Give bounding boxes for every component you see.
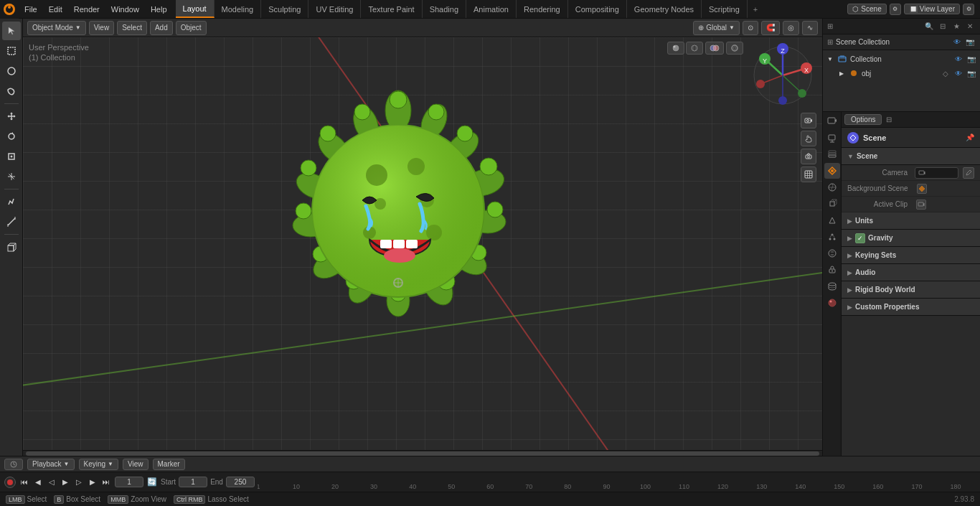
view-layer-selector[interactable]: 🔲 View Layer — [904, 4, 960, 14]
outliner-search-icon[interactable]: 🔍 — [923, 21, 935, 32]
tab-layout[interactable]: Layout — [176, 0, 215, 18]
select-menu-btn[interactable]: Select — [117, 21, 147, 35]
scale-tool[interactable] — [2, 147, 21, 166]
scene-col-view[interactable]: 👁 — [951, 37, 963, 48]
props-icon-physics[interactable] — [824, 245, 840, 261]
viewport-scrollbar[interactable] — [23, 450, 822, 456]
marker-btn[interactable]: Marker — [153, 459, 185, 470]
viewport-canvas[interactable]: User Perspective (1) Collection — [23, 37, 822, 450]
props-icon-view-layer[interactable] — [824, 146, 840, 162]
cursor-tool[interactable] — [2, 22, 21, 40]
jump-start-btn[interactable]: ⏮ — [19, 477, 30, 488]
obj-expand-arrow[interactable]: ▶ — [837, 70, 846, 77]
props-filter-btn[interactable]: ⊟ — [883, 114, 895, 126]
gravity-checkbox[interactable]: ✓ — [855, 233, 865, 243]
move-tool[interactable] — [2, 107, 21, 126]
custom-props-section-header[interactable]: ▶ Custom Properties — [842, 299, 980, 316]
menu-help[interactable]: Help — [145, 0, 173, 18]
outliner-item-collection[interactable]: ▼ Collection 👁 📷 — [823, 52, 980, 66]
props-options-btn[interactable]: Options — [844, 114, 882, 125]
props-icon-material[interactable] — [824, 295, 840, 311]
props-icon-modifier[interactable] — [824, 212, 840, 228]
transform-tool[interactable] — [2, 167, 21, 186]
timeline-mode-icon[interactable] — [4, 459, 23, 470]
scene-section-header[interactable]: ▼ Scene — [842, 148, 980, 165]
camera-icon-btn[interactable] — [801, 113, 816, 128]
rigid-body-section-header[interactable]: ▶ Rigid Body World — [842, 281, 980, 299]
tab-compositing[interactable]: Compositing — [568, 0, 627, 18]
audio-section-header[interactable]: ▶ Audio — [842, 264, 980, 281]
annotate-tool[interactable] — [2, 192, 21, 211]
props-icon-world[interactable] — [824, 179, 840, 195]
keying-btn[interactable]: Keying ▼ — [79, 459, 119, 470]
tab-animation[interactable]: Animation — [466, 0, 517, 18]
viewport-gizmo[interactable]: X Y Z — [750, 43, 815, 108]
obj-shape-icon[interactable]: ◇ — [940, 67, 951, 79]
proportional-btn[interactable]: ◎ — [783, 21, 799, 35]
add-workspace-tab[interactable]: + — [748, 0, 763, 18]
active-clip-icon[interactable] — [916, 200, 926, 210]
view-layer-options-btn[interactable]: ⚙ — [963, 4, 974, 15]
props-icon-render[interactable] — [824, 113, 840, 129]
pin-btn[interactable]: 📌 — [966, 133, 974, 141]
tab-uv-editing[interactable]: UV Editing — [308, 0, 361, 18]
scene-col-render[interactable]: 📷 — [964, 37, 976, 48]
snap-btn[interactable]: 🧲 — [761, 21, 780, 35]
background-scene-icon[interactable] — [917, 184, 927, 194]
scene-options-btn[interactable]: ⚙ — [890, 4, 901, 15]
transform-global-btn[interactable]: ⊕ Global ▼ — [693, 21, 740, 35]
hand-icon-btn[interactable] — [801, 131, 816, 146]
menu-window[interactable]: Window — [105, 0, 145, 18]
menu-render[interactable]: Render — [68, 0, 105, 18]
props-icon-particles[interactable] — [824, 229, 840, 245]
scene-selector[interactable]: ⬡ Scene — [847, 4, 886, 14]
camera-field[interactable] — [915, 167, 958, 179]
select-circle-tool[interactable] — [2, 62, 21, 80]
pivot-btn[interactable]: ⊙ — [743, 21, 758, 35]
step-back2-btn[interactable]: ◁ — [46, 477, 57, 488]
select-lasso-tool[interactable] — [2, 82, 21, 100]
tab-modeling[interactable]: Modeling — [215, 0, 262, 18]
rotate-tool[interactable] — [2, 127, 21, 146]
outliner-highlight-icon[interactable]: ★ — [951, 21, 962, 32]
measure-tool[interactable] — [2, 212, 21, 231]
view-timeline-btn[interactable]: View — [123, 459, 149, 470]
view-menu-btn[interactable]: View — [89, 21, 115, 35]
playback-btn[interactable]: Playback ▼ — [27, 459, 75, 470]
tab-geometry-nodes[interactable]: Geometry Nodes — [627, 0, 702, 18]
play-btn[interactable]: ▶ — [60, 477, 71, 488]
object-mode-dropdown[interactable]: Object Mode ▼ — [27, 21, 86, 35]
grid-icon-btn[interactable] — [801, 167, 816, 182]
tab-texture-paint[interactable]: Texture Paint — [361, 0, 422, 18]
tab-sculpting[interactable]: Sculpting — [261, 0, 308, 18]
shading-wireframe-btn[interactable] — [686, 42, 703, 55]
object-menu-btn[interactable]: Object — [176, 21, 207, 35]
outliner-item-obj[interactable]: ▶ obj ◇ 👁 📷 — [823, 66, 980, 80]
select-box-tool[interactable] — [2, 42, 21, 60]
step-fwd-btn[interactable]: ▷ — [73, 477, 85, 488]
record-btn[interactable] — [4, 477, 16, 488]
tab-scripting[interactable]: Scripting — [702, 0, 748, 18]
props-icon-scene[interactable] — [824, 163, 840, 179]
xray-btn[interactable] — [726, 42, 743, 55]
camera2-icon-btn[interactable] — [801, 149, 816, 164]
camera-edit-btn[interactable] — [963, 167, 974, 179]
menu-edit[interactable]: Edit — [43, 0, 68, 18]
shading-solid-btn[interactable] — [667, 42, 684, 55]
proportional-falloff-btn[interactable]: ∿ — [802, 21, 818, 35]
outliner-filter-icon[interactable]: ⊟ — [937, 21, 948, 32]
tab-rendering[interactable]: Rendering — [517, 0, 568, 18]
gravity-section-header[interactable]: ▶ ✓ Gravity — [842, 230, 980, 247]
step-back-btn[interactable]: ◀ — [32, 477, 44, 488]
current-frame-input[interactable] — [115, 477, 143, 487]
keying-sets-section-header[interactable]: ▶ Keying Sets — [842, 247, 980, 264]
overlay-btn[interactable] — [705, 42, 724, 55]
obj-render-icon[interactable]: 📷 — [966, 67, 977, 79]
props-icon-constraint[interactable] — [824, 262, 840, 278]
obj-view-icon[interactable]: 👁 — [953, 67, 964, 79]
col-render-icon[interactable]: 📷 — [966, 53, 977, 65]
add-menu-btn[interactable]: Add — [150, 21, 173, 35]
units-section-header[interactable]: ▶ Units — [842, 212, 980, 230]
jump-end-btn[interactable]: ⏭ — [100, 477, 112, 488]
menu-file[interactable]: File — [19, 0, 43, 18]
